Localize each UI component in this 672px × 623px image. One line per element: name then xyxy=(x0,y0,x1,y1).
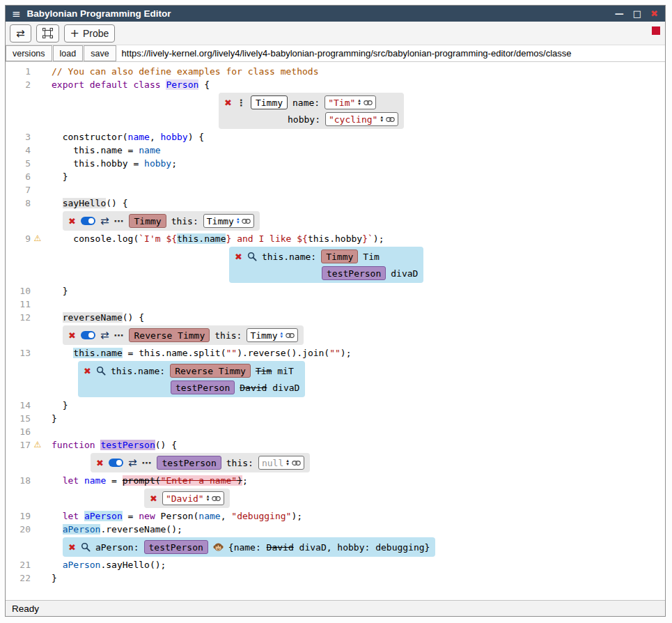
minimize-button[interactable]: — xyxy=(615,8,624,19)
close-icon[interactable]: ✖ xyxy=(235,252,242,262)
code-line[interactable]: 20 aPerson.reverseName(); xyxy=(6,523,665,536)
close-icon[interactable]: ✖ xyxy=(150,493,157,504)
code-line[interactable]: 18 let name = prompt("Enter a name"); xyxy=(6,474,665,487)
code-token xyxy=(52,198,63,208)
example-badge[interactable]: testPerson xyxy=(322,266,386,280)
replace-widget-row[interactable]: ✖"David"▴▾ xyxy=(6,487,665,509)
example-badge[interactable]: Reverse Timmy xyxy=(170,364,251,378)
example-badge[interactable]: Timmy xyxy=(129,214,166,228)
title-bar[interactable]: ≡ Babylonian Programming Editor — □ ✖ xyxy=(6,6,665,22)
probe-widget-row[interactable]: ✖this.name:Reverse TimmyTim miTtestPerso… xyxy=(6,360,665,399)
toggle-icon[interactable] xyxy=(81,331,95,339)
code-line[interactable]: 1// You can also define examples for cla… xyxy=(6,65,665,78)
spinner-icon[interactable]: ▴▾ xyxy=(281,332,283,339)
code-line[interactable]: 12 reverseName() { xyxy=(6,311,665,324)
more-options-icon[interactable]: ⋯ xyxy=(114,330,124,341)
maximize-button[interactable]: □ xyxy=(633,8,641,19)
spinner-icon[interactable]: ▴▾ xyxy=(207,495,210,502)
editor[interactable]: 1// You can also define examples for cla… xyxy=(6,62,665,600)
code-line[interactable]: 22} xyxy=(6,571,665,585)
example-widget-row[interactable]: ✖⇄⋯testPersonthis:null▴▾ xyxy=(6,452,665,474)
probe-value: divaD xyxy=(267,383,299,393)
drag-handle-icon[interactable]: ⋮ xyxy=(237,98,246,108)
close-icon[interactable]: ✖ xyxy=(96,458,104,468)
swap-icon[interactable]: ⇄ xyxy=(128,456,137,469)
swap-icon[interactable]: ⇄ xyxy=(100,215,109,227)
more-options-icon[interactable]: ⋯ xyxy=(141,457,152,468)
example-badge[interactable]: testPerson xyxy=(157,456,221,470)
code-line[interactable]: 15} xyxy=(6,412,665,425)
more-options-icon[interactable]: ⋯ xyxy=(114,215,124,226)
example-badge[interactable]: testPerson xyxy=(144,540,208,554)
code-line[interactable]: 2export default class Person { xyxy=(6,78,665,91)
example-badge[interactable]: Timmy xyxy=(251,95,288,109)
replace-widget: ✖"David"▴▾ xyxy=(144,489,230,508)
code-token: aPerson xyxy=(63,560,101,570)
inspect-frame-button[interactable] xyxy=(36,24,59,43)
code-line[interactable]: 10 } xyxy=(6,284,665,298)
close-icon[interactable]: ✖ xyxy=(68,542,76,553)
code-line[interactable]: 17⚠function testPerson() { xyxy=(6,438,665,452)
value-input[interactable]: "Tim"▴▾ xyxy=(325,95,376,109)
value-input[interactable]: Timmy▴▾ xyxy=(203,214,255,228)
load-button[interactable]: load xyxy=(53,45,84,61)
magnifier-icon[interactable] xyxy=(247,252,257,261)
code-line[interactable]: 7 xyxy=(6,183,665,197)
add-probe-button[interactable]: + Probe xyxy=(64,24,116,43)
value-input[interactable]: Timmy▴▾ xyxy=(247,328,298,342)
code-line[interactable]: 8 sayHello() { xyxy=(6,197,665,210)
spinner-icon[interactable]: ▴▾ xyxy=(358,99,361,106)
save-button[interactable]: save xyxy=(84,45,116,61)
close-icon[interactable]: ✖ xyxy=(224,98,232,108)
link-icon[interactable] xyxy=(286,332,295,339)
link-icon[interactable] xyxy=(212,495,221,502)
close-icon[interactable]: ✖ xyxy=(84,366,91,376)
link-icon[interactable] xyxy=(364,100,373,106)
close-icon[interactable]: ✖ xyxy=(68,216,76,226)
example-badge[interactable]: testPerson xyxy=(171,380,235,394)
value-input[interactable]: null▴▾ xyxy=(258,456,304,470)
code-token xyxy=(52,524,63,534)
url-field[interactable]: https://lively-kernel.org/lively4/lively… xyxy=(117,45,665,61)
value-input[interactable]: "David"▴▾ xyxy=(162,491,224,505)
code-line[interactable]: 13 this.name = this.name.split("").rever… xyxy=(6,346,665,360)
link-icon[interactable] xyxy=(242,218,251,224)
example-widget-row[interactable]: ✖⇄⋯Reverse Timmythis:Timmy▴▾ xyxy=(6,324,665,346)
code-line[interactable]: 21 aPerson.sayHello(); xyxy=(6,558,665,571)
link-icon[interactable] xyxy=(292,460,301,466)
code-line[interactable]: 14 } xyxy=(6,399,665,412)
magnifier-icon[interactable] xyxy=(81,542,91,552)
menu-icon[interactable]: ≡ xyxy=(12,8,21,20)
code-line[interactable]: 6 } xyxy=(6,170,665,183)
probe-widget-row[interactable]: ✖aPerson:testPerson{name: David divaD, h… xyxy=(6,536,665,558)
gutter: 14 xyxy=(6,399,45,412)
unsaved-indicator[interactable] xyxy=(652,26,660,35)
spinner-icon[interactable]: ▴▾ xyxy=(286,459,289,466)
monkey-icon[interactable] xyxy=(213,542,224,552)
example-widget-row[interactable]: ✖⇄⋯Timmythis:Timmy▴▾ xyxy=(6,210,665,232)
close-icon[interactable]: ✖ xyxy=(68,330,76,341)
magnifier-icon[interactable] xyxy=(96,366,106,376)
link-icon[interactable] xyxy=(386,116,395,123)
code-text: let name = prompt("Enter a name"); xyxy=(45,474,248,487)
code-line[interactable]: 9⚠ console.log(`I'm ${this.name} and I l… xyxy=(6,232,665,245)
example-badge[interactable]: Reverse Timmy xyxy=(129,328,210,342)
probe-widget-row[interactable]: ✖this.name:TimmyTimtestPersondivaD xyxy=(6,245,665,284)
swap-icon[interactable]: ⇄ xyxy=(100,329,109,341)
code-line[interactable]: 19 let aPerson = new Person(name, "debug… xyxy=(6,509,665,523)
code-line[interactable]: 11 xyxy=(6,298,665,311)
example-badge[interactable]: Timmy xyxy=(321,249,358,263)
spinner-icon[interactable]: ▴▾ xyxy=(380,116,383,123)
spinner-icon[interactable]: ▴▾ xyxy=(237,217,240,224)
toggle-icon[interactable] xyxy=(81,217,95,225)
example-widget-row[interactable]: ✖⋮Timmyname:"Tim"▴▾hobby:"cycling"▴▾ xyxy=(6,91,665,130)
sync-button[interactable]: ⇄ xyxy=(10,24,31,43)
code-line[interactable]: 5 this.hobby = hobby; xyxy=(6,157,665,170)
code-line[interactable]: 3 constructor(name, hobby) { xyxy=(6,130,665,144)
close-button[interactable]: ✖ xyxy=(650,8,658,19)
versions-button[interactable]: versions xyxy=(6,45,52,61)
code-line[interactable]: 4 this.name = name xyxy=(6,144,665,157)
code-line[interactable]: 16 xyxy=(6,425,665,438)
value-input[interactable]: "cycling"▴▾ xyxy=(325,112,398,126)
toggle-icon[interactable] xyxy=(109,459,123,467)
